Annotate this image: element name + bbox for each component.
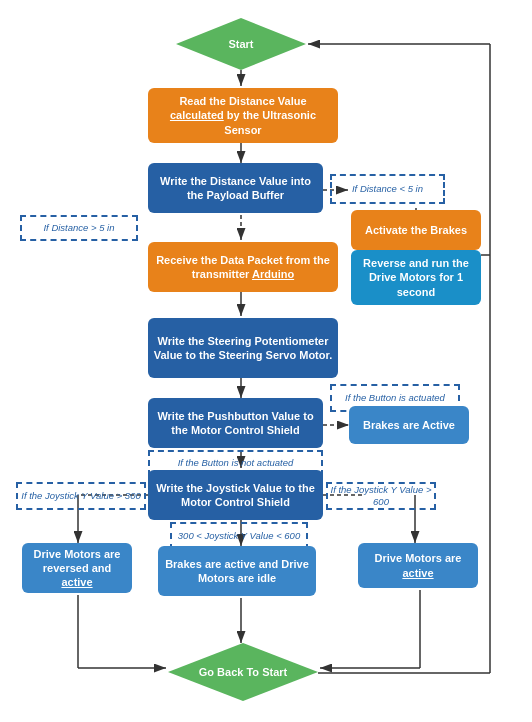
go-back-label: Go Back To Start	[199, 665, 287, 679]
activate-brakes-label: Activate the Brakes	[365, 223, 467, 237]
reverse-run-node: Reverse and run the Drive Motors for 1 s…	[351, 250, 481, 305]
write-joystick-label: Write the Joystick Value to the Motor Co…	[152, 481, 319, 510]
if-distance-lt5-label: If Distance < 5 in	[330, 174, 445, 204]
write-pushbutton-label: Write the Pushbutton Value to the Motor …	[152, 409, 319, 438]
if-joystick-600-label: If the Joystick Y Value > 600	[326, 482, 436, 510]
reverse-run-label: Reverse and run the Drive Motors for 1 s…	[355, 256, 477, 299]
start-label: Start	[228, 37, 253, 51]
write-payload-node: Write the Distance Value into the Payloa…	[148, 163, 323, 213]
brakes-active-label: Brakes are Active	[363, 418, 455, 432]
brakes-idle-label: Brakes are active and Drive Motors are i…	[162, 557, 312, 586]
write-steering-node: Write the Steering Potentiometer Value t…	[148, 318, 338, 378]
drive-reversed-label: Drive Motors are reversed and active	[26, 547, 128, 590]
go-back-node: Go Back To Start	[168, 643, 318, 701]
drive-active-node: Drive Motors are active	[358, 543, 478, 588]
brakes-idle-node: Brakes are active and Drive Motors are i…	[158, 546, 316, 596]
drive-active-label: Drive Motors are active	[362, 551, 474, 580]
write-pushbutton-node: Write the Pushbutton Value to the Motor …	[148, 398, 323, 448]
read-distance-node: Read the Distance Value calculated by th…	[148, 88, 338, 143]
write-payload-label: Write the Distance Value into the Payloa…	[152, 174, 319, 203]
if-joystick-300-label: If the Joystick Y Value > 300	[16, 482, 146, 510]
start-node: Start	[176, 18, 306, 70]
drive-reversed-node: Drive Motors are reversed and active	[22, 543, 132, 593]
brakes-active-node: Brakes are Active	[349, 406, 469, 444]
activate-brakes-node: Activate the Brakes	[351, 210, 481, 250]
read-distance-label: Read the Distance Value calculated by th…	[152, 94, 334, 137]
write-steering-label: Write the Steering Potentiometer Value t…	[152, 334, 334, 363]
receive-data-node: Receive the Data Packet from the transmi…	[148, 242, 338, 292]
receive-data-label: Receive the Data Packet from the transmi…	[152, 253, 334, 282]
if-distance-gt5-label: If Distance > 5 in	[20, 215, 138, 241]
write-joystick-node: Write the Joystick Value to the Motor Co…	[148, 470, 323, 520]
